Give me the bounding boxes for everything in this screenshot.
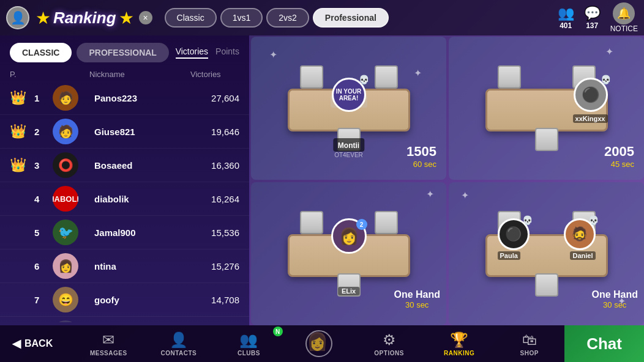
chair-2-bottom xyxy=(535,128,558,151)
player-avatar-elix: 👩 2 xyxy=(331,218,367,254)
table-row: 7 😄 goofy 14,708 xyxy=(0,283,249,317)
contacts-icon: 👤 xyxy=(170,331,188,349)
player-avatar-paula: ⚫ 💀 xyxy=(498,218,530,250)
xxkingxx-label: xxKingxx xyxy=(573,114,608,123)
shop-icon: 🛍 xyxy=(522,331,537,349)
table-scene-3: 👩 2 ELix xyxy=(282,211,416,297)
table-row: 👑 3 ⭕ Bosaeed 16,360 xyxy=(0,149,249,182)
tab-2vs2[interactable]: 2vs2 xyxy=(266,8,309,28)
chair-2-top-left xyxy=(498,65,521,89)
avatar-5: 🐦 xyxy=(53,220,78,245)
star-right-icon: ★ xyxy=(119,8,134,28)
rank-num-6: 6 xyxy=(34,261,53,272)
rank-list: 👑 1 🧑 Panos223 27,604 👑 2 🧑 Giuse821 19,… xyxy=(0,81,249,322)
avatar-8: 👤 xyxy=(53,320,78,322)
elix-label: ELix xyxy=(338,287,359,295)
game-time-4: 30 sec xyxy=(591,300,638,309)
classic-tab-button[interactable]: CLASSIC xyxy=(10,43,72,62)
nav-options[interactable]: ⚙ OPTIONS xyxy=(354,325,424,362)
friends-button[interactable]: 👥 401 xyxy=(558,6,574,30)
avatar-4: DIABOLIK xyxy=(53,186,78,212)
tab-classic[interactable]: Classic xyxy=(165,8,217,28)
game-label-bottom-left: One Hand 30 sec xyxy=(394,289,440,309)
col-nickname: Nickname xyxy=(89,70,190,79)
chair-3-top-right xyxy=(375,211,398,234)
back-button[interactable]: ◀ BACK xyxy=(0,325,73,362)
table-row: 5 🐦 Jamal900 15,536 xyxy=(0,216,249,249)
social-count: 137 xyxy=(586,21,598,30)
notice-label: NOTICE xyxy=(610,24,638,33)
skull-icon-daniel: 💀 xyxy=(588,215,599,225)
game-label-bottom-right: One Hand 30 sec xyxy=(591,289,638,309)
rank-num-3: 3 xyxy=(34,160,53,171)
table-row: 6 👩 ntina 15,276 xyxy=(0,249,249,283)
messages-icon: ✉ xyxy=(102,331,114,349)
table-scene-4: ⚫ 💀 Paula 🧔 💀 Daniel xyxy=(479,211,614,297)
nav-ranking[interactable]: 🏆 RANKING xyxy=(424,325,495,362)
social-icon: 💬 xyxy=(584,6,601,21)
nav-contacts[interactable]: 👤 cOntACTS xyxy=(144,325,214,362)
game-type-4: One Hand xyxy=(591,289,638,300)
chair-top-left xyxy=(300,65,323,89)
avatar-2: 🧑 xyxy=(53,119,78,144)
player-avatar-xxkingxx: ⚫ 💀 xyxy=(574,78,608,112)
ranking-heading: Ranking xyxy=(53,9,116,28)
nav-avatar[interactable]: 👩 xyxy=(284,325,354,362)
rank-num-5: 5 xyxy=(34,227,53,238)
star-left-icon: ★ xyxy=(36,8,51,28)
skull-icon-2: 💀 xyxy=(601,75,611,84)
nav-shop[interactable]: 🛍 SHOP xyxy=(494,325,564,362)
player-name-5: Jamal900 xyxy=(89,227,190,238)
player-avatar-daniel: 🧔 💀 xyxy=(564,218,596,250)
user-profile-button[interactable]: 👤 xyxy=(6,6,29,29)
chair-4-bottom xyxy=(535,273,558,297)
notice-button[interactable]: 🔔 NOTICE xyxy=(610,2,638,33)
nav-clubs[interactable]: 👥 CLUBS N xyxy=(214,325,284,362)
col-position: P. xyxy=(10,70,34,79)
professional-tab-button[interactable]: PROFESSIONAL xyxy=(77,43,168,62)
sparkle-1: ✦ xyxy=(269,49,277,61)
tab-professional[interactable]: Professional xyxy=(313,8,389,28)
tab-1vs1[interactable]: 1vs1 xyxy=(220,8,263,28)
game-mode-tabs: Classic 1vs1 2vs2 Professional xyxy=(165,8,389,28)
medal-3: 👑 xyxy=(10,157,34,173)
player-area-label: IN YOURAREA! xyxy=(336,88,362,102)
rank-num-1: 1 xyxy=(34,93,53,103)
xxkingxx-face: ⚫ xyxy=(582,86,600,103)
close-button[interactable]: × xyxy=(139,11,152,24)
nav-messages[interactable]: ✉ MESSAGES xyxy=(73,325,144,362)
rank-num-2: 2 xyxy=(34,127,53,137)
chat-button[interactable]: Chat xyxy=(564,325,644,362)
sparkle-4: ✦ xyxy=(426,188,434,200)
notice-icon: 🔔 xyxy=(613,2,635,24)
ranking-title: ★ Ranking ★ xyxy=(36,8,134,28)
victories-2: 19,646 xyxy=(190,127,239,137)
skull-icon-1: 💀 xyxy=(359,75,369,84)
game-type-3: One Hand xyxy=(394,289,440,300)
bottom-navigation: ◀ BACK ✉ MESSAGES 👤 cOntACTS 👥 CLUBS N 👩… xyxy=(0,325,644,362)
user-avatar: 👩 xyxy=(305,330,332,357)
player-name-7: goofy xyxy=(89,295,190,305)
player-name-6: ntina xyxy=(89,261,190,272)
skull-icon-paula: 💀 xyxy=(522,215,533,225)
user-avatar-icon: 👩 xyxy=(307,332,328,351)
victories-sub-tab[interactable]: Victories xyxy=(176,46,208,59)
score-display-2: 2005 45 sec xyxy=(604,144,634,169)
social-button[interactable]: 💬 137 xyxy=(584,6,601,30)
col-num xyxy=(34,70,53,79)
points-sub-tab[interactable]: Points xyxy=(215,46,239,59)
avatar-1: 🧑 xyxy=(53,85,78,111)
game-time-3: 30 sec xyxy=(394,300,440,309)
avatar-6: 👩 xyxy=(53,253,78,279)
montii-name: Montii xyxy=(338,141,359,150)
player-name-3: Bosaeed xyxy=(89,160,190,171)
table-row: 4 DIABOLIK diabolik 16,264 xyxy=(0,182,249,216)
medal-1: 👑 xyxy=(10,90,34,106)
time-2: 45 sec xyxy=(604,160,634,169)
options-icon: ⚙ xyxy=(383,331,396,349)
player-name-2: Giuse821 xyxy=(89,127,190,137)
paula-label: Paula xyxy=(498,251,520,260)
game-table-bottom-right: ✦ ✦ ⚫ 💀 Paula 🧔 💀 Daniel One Hand 30 sec xyxy=(449,182,644,325)
paula-face: ⚫ xyxy=(505,226,522,242)
player-avatar-montii: IN YOURAREA! 💀 xyxy=(332,78,366,112)
